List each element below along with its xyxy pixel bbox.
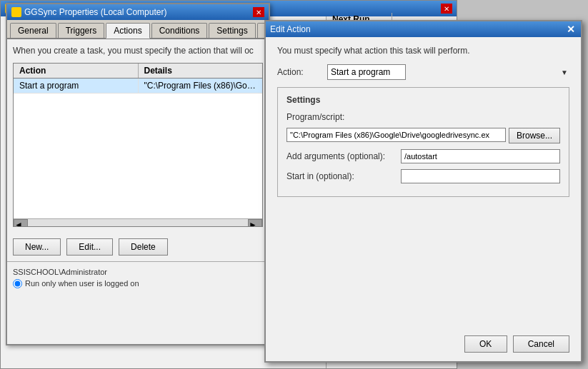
- ok-button[interactable]: OK: [464, 335, 507, 353]
- settings-group: Settings Program/script: Browse... Add a…: [277, 87, 569, 197]
- edit-action-dialog: Edit Action ✕ You must specify what acti…: [264, 20, 582, 363]
- tab-general[interactable]: General: [10, 23, 56, 38]
- action-cell: Start a program: [14, 79, 139, 93]
- program-script-input-group: Browse...: [286, 128, 560, 143]
- props-window-title: GGSync Properties (Local Computer): [24, 7, 166, 17]
- dialog-close-button[interactable]: ✕: [565, 24, 577, 35]
- add-arguments-input[interactable]: [401, 149, 560, 163]
- run-logged-on-radio[interactable]: [13, 279, 22, 288]
- dialog-description: You must specify what action this task w…: [277, 46, 569, 56]
- tab-actions[interactable]: Actions: [106, 23, 149, 39]
- action-column-header: Action: [14, 64, 139, 78]
- dialog-body: You must specify what action this task w…: [266, 37, 581, 206]
- details-column-header: Details: [139, 64, 263, 78]
- props-app-icon: [11, 7, 21, 17]
- add-arguments-row: Add arguments (optional):: [286, 149, 560, 163]
- properties-window: GGSync Properties (Local Computer) ✕ Gen…: [6, 3, 270, 345]
- cancel-button[interactable]: Cancel: [513, 335, 569, 353]
- table-row[interactable]: Start a program "C:\Program Files (x86)\…: [14, 79, 262, 93]
- table-header: Action Details: [14, 64, 262, 79]
- action-field-label: Action:: [277, 67, 327, 77]
- action-field-row: Action: Start a program ▼: [277, 64, 569, 80]
- browse-button[interactable]: Browse...: [509, 128, 560, 143]
- settings-title: Settings: [286, 95, 560, 105]
- props-bottom: SSISCHOOL\Administrator Run only when us…: [7, 261, 269, 294]
- props-tabs: General Triggers Actions Conditions Sett…: [7, 20, 269, 39]
- start-in-input[interactable]: [401, 169, 560, 183]
- start-in-row: Start in (optional):: [286, 169, 560, 183]
- tab-triggers[interactable]: Triggers: [58, 23, 105, 38]
- dialog-title: Edit Action: [270, 24, 311, 34]
- props-content: When you create a task, you must specify…: [7, 39, 269, 233]
- props-action-buttons: New... Edit... Delete: [7, 233, 269, 261]
- delete-button[interactable]: Delete: [119, 238, 168, 256]
- add-arguments-label: Add arguments (optional):: [286, 151, 401, 161]
- props-titlebar: GGSync Properties (Local Computer) ✕: [7, 4, 269, 20]
- scroll-right-btn[interactable]: ►: [248, 219, 262, 227]
- program-script-input[interactable]: [286, 128, 506, 142]
- new-button[interactable]: New...: [13, 238, 61, 256]
- action-select-wrapper: Start a program ▼: [327, 64, 569, 80]
- program-script-label: Program/script:: [286, 112, 401, 122]
- bg-close-button[interactable]: ✕: [441, 4, 452, 14]
- select-arrow-icon: ▼: [561, 69, 568, 76]
- program-script-input-row: Browse...: [286, 128, 560, 143]
- props-bottom-user: SSISCHOOL\Administrator: [13, 268, 263, 276]
- run-logged-on-label: Run only when user is logged on: [25, 279, 139, 288]
- actions-table[interactable]: Action Details Start a program "C:\Progr…: [13, 63, 263, 227]
- dialog-footer: OK Cancel: [464, 335, 569, 353]
- props-description: When you create a task, you must specify…: [13, 45, 263, 57]
- dialog-titlebar: Edit Action ✕: [266, 21, 581, 37]
- edit-button[interactable]: Edit...: [66, 238, 113, 256]
- scroll-left-btn[interactable]: ◄: [14, 219, 28, 227]
- start-in-label: Start in (optional):: [286, 171, 401, 181]
- tab-settings[interactable]: Settings: [209, 23, 255, 38]
- props-close-button[interactable]: ✕: [253, 7, 264, 17]
- details-cell: "C:\Program Files (x86)\Google\Drive\g: [139, 79, 263, 93]
- action-select[interactable]: Start a program: [327, 64, 406, 80]
- program-script-row: Program/script:: [286, 112, 560, 122]
- tab-conditions[interactable]: Conditions: [151, 23, 208, 38]
